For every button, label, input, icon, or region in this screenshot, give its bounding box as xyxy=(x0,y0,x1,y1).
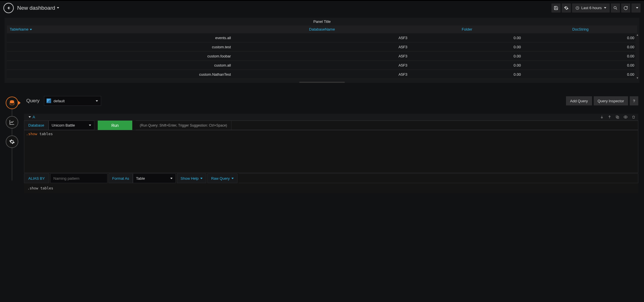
query-help-button[interactable]: ? xyxy=(630,96,638,105)
database-select[interactable]: Unicorn Battle xyxy=(49,121,94,130)
time-range-button[interactable]: Last 6 hours xyxy=(572,3,610,13)
chart-icon xyxy=(9,119,15,125)
side-tab-visualization[interactable] xyxy=(6,116,18,129)
caret-down-icon xyxy=(89,125,91,126)
table-row[interactable]: custom.foobarA5F30.000.00 xyxy=(7,52,637,61)
table-cell: A5F3 xyxy=(234,61,410,70)
editor-side-nav xyxy=(0,94,24,193)
results-table: TableName DatabaseName Folder DocString … xyxy=(7,25,637,79)
query-header: Query default Add Query Query Inspector … xyxy=(24,94,638,108)
table-cell: A5F3 xyxy=(234,70,410,79)
clock-icon xyxy=(575,6,579,10)
caret-down-icon xyxy=(57,7,59,9)
panel-resize-handle[interactable] xyxy=(299,82,345,83)
table-cell: 0.00 xyxy=(410,34,524,42)
table-cell: custom.test xyxy=(7,43,234,51)
query-row: A Database xyxy=(24,114,638,193)
gear-icon xyxy=(9,139,15,145)
alias-input[interactable] xyxy=(50,173,107,183)
datasource-select[interactable]: default xyxy=(44,96,101,106)
time-range-label: Last 6 hours xyxy=(581,6,602,10)
query-tab-label: Query xyxy=(26,98,39,104)
back-button[interactable] xyxy=(3,3,14,13)
run-hint: (Run Query: Shift+Enter, Trigger Suggest… xyxy=(136,121,231,130)
table-cell: A5F3 xyxy=(234,43,410,51)
search-icon xyxy=(613,6,618,10)
top-bar: New dashboard Last 6 hours xyxy=(0,0,644,15)
dashboard-title[interactable]: New dashboard xyxy=(17,5,59,11)
add-query-button[interactable]: Add Query xyxy=(566,96,592,105)
remove-query-button[interactable] xyxy=(632,115,635,119)
query-inspector-button[interactable]: Query Inspector xyxy=(594,96,628,105)
database-value: Unicorn Battle xyxy=(52,123,75,127)
col-folder[interactable]: Folder xyxy=(410,25,524,33)
col-databasename[interactable]: DatabaseName xyxy=(234,25,410,33)
refresh-icon xyxy=(623,6,628,10)
table-cell: 0.00 xyxy=(410,70,524,79)
database-label: Database xyxy=(24,121,49,130)
run-button[interactable]: Run xyxy=(98,121,133,130)
code-keyword: .show xyxy=(26,132,37,136)
table-cell: custom.NathanTest xyxy=(7,70,234,79)
move-down-button[interactable] xyxy=(600,115,604,119)
table-cell: A5F3 xyxy=(234,34,410,42)
zoom-out-button[interactable] xyxy=(611,3,620,13)
format-as-select[interactable]: Table xyxy=(133,173,176,183)
format-as-label: Format As xyxy=(109,173,133,183)
grafana-logo-icon xyxy=(47,99,51,103)
col-docstring[interactable]: DocString xyxy=(524,25,637,33)
save-button[interactable] xyxy=(551,3,561,13)
arrow-left-icon xyxy=(6,5,11,11)
table-scrollbar[interactable]: ▲ ▼ xyxy=(635,33,639,79)
refresh-interval-button[interactable] xyxy=(631,3,641,13)
show-help-button[interactable]: Show Help xyxy=(177,173,206,183)
caret-down-icon xyxy=(200,178,203,179)
table-cell: events.all xyxy=(7,34,234,42)
table-cell: custom.all xyxy=(7,61,234,70)
table-row[interactable]: custom.NathanTestA5F30.000.00 xyxy=(7,70,637,79)
side-tab-queries[interactable] xyxy=(6,97,18,109)
copy-icon xyxy=(615,115,619,119)
format-as-value: Table xyxy=(136,176,145,181)
panel-title[interactable]: Panel Title xyxy=(5,18,639,25)
table-cell: 0.00 xyxy=(410,61,524,70)
query-editor[interactable]: .show tables xyxy=(24,130,638,173)
col-tablename[interactable]: TableName xyxy=(7,25,234,33)
gear-icon xyxy=(564,6,569,10)
dashboard-title-text: New dashboard xyxy=(17,5,55,11)
query-letter[interactable]: A xyxy=(33,115,35,119)
settings-button[interactable] xyxy=(562,3,571,13)
table-cell: 0.00 xyxy=(524,70,637,79)
spacer xyxy=(239,173,638,183)
table-row[interactable]: custom.allA5F30.000.00 xyxy=(7,61,637,70)
raw-query-output: .show tables xyxy=(24,183,638,193)
scroll-down-icon[interactable]: ▼ xyxy=(636,77,639,79)
trash-icon xyxy=(632,115,635,119)
alias-by-label: ALIAS BY xyxy=(24,173,49,183)
svg-point-1 xyxy=(614,6,616,9)
table-cell: 0.00 xyxy=(524,52,637,61)
toggle-visibility-button[interactable] xyxy=(623,115,628,119)
save-icon xyxy=(554,6,558,10)
code-text: tables xyxy=(37,132,53,136)
move-up-button[interactable] xyxy=(608,115,611,119)
raw-query-button[interactable]: Raw Query xyxy=(207,173,237,183)
side-tab-general[interactable] xyxy=(6,135,18,148)
table-cell: A5F3 xyxy=(234,52,410,61)
table-row[interactable]: custom.testA5F30.000.00 xyxy=(7,43,637,51)
table-cell: 0.00 xyxy=(410,43,524,51)
table-cell: 0.00 xyxy=(524,61,637,70)
refresh-button[interactable] xyxy=(621,3,630,13)
caret-down-icon xyxy=(96,100,98,102)
table-cell: 0.00 xyxy=(410,52,524,61)
collapse-caret-icon[interactable] xyxy=(29,116,31,118)
spacer xyxy=(231,121,638,130)
scroll-up-icon[interactable]: ▲ xyxy=(636,33,639,36)
sort-caret-icon xyxy=(30,29,32,30)
table-cell: 0.00 xyxy=(524,34,637,42)
table-cell: custom.foobar xyxy=(7,52,234,61)
table-header-row: TableName DatabaseName Folder DocString xyxy=(7,25,637,33)
caret-down-icon xyxy=(604,7,606,9)
table-row[interactable]: events.allA5F30.000.00 xyxy=(7,34,637,42)
duplicate-button[interactable] xyxy=(615,115,619,119)
